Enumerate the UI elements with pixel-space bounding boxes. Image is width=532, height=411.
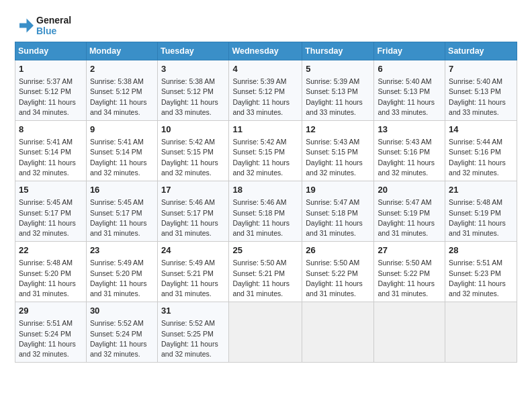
day-number: 21 [449, 184, 513, 196]
day-detail: Sunrise: 5:47 AMSunset: 5:19 PMDaylight:… [378, 197, 441, 238]
day-detail: Sunrise: 5:52 AMSunset: 5:24 PMDaylight:… [90, 318, 154, 359]
day-detail: Sunrise: 5:44 AMSunset: 5:16 PMDaylight:… [449, 137, 513, 178]
calendar-cell: 29Sunrise: 5:51 AMSunset: 5:24 PMDayligh… [15, 302, 87, 363]
day-number: 1 [19, 63, 83, 75]
calendar-header: SundayMondayTuesdayWednesdayThursdayFrid… [15, 42, 517, 60]
weekday-header-tuesday: Tuesday [158, 42, 229, 60]
weekday-header-monday: Monday [86, 42, 157, 60]
calendar-week-1: 1Sunrise: 5:37 AMSunset: 5:12 PMDaylight… [15, 60, 517, 121]
day-number: 7 [449, 63, 513, 75]
calendar-cell [445, 302, 517, 363]
calendar-cell: 17Sunrise: 5:46 AMSunset: 5:17 PMDayligh… [158, 181, 229, 242]
calendar-cell: 9Sunrise: 5:41 AMSunset: 5:14 PMDaylight… [86, 121, 157, 181]
day-detail: Sunrise: 5:39 AMSunset: 5:13 PMDaylight:… [306, 77, 370, 118]
day-detail: Sunrise: 5:49 AMSunset: 5:21 PMDaylight:… [161, 258, 225, 299]
day-number: 11 [232, 124, 298, 136]
day-detail: Sunrise: 5:42 AMSunset: 5:15 PMDaylight:… [161, 137, 225, 178]
day-detail: Sunrise: 5:39 AMSunset: 5:12 PMDaylight:… [232, 77, 298, 118]
weekday-header-friday: Friday [374, 42, 445, 60]
day-number: 18 [232, 184, 298, 196]
svg-marker-1 [19, 19, 34, 33]
calendar-cell [229, 302, 302, 363]
day-number: 8 [19, 124, 83, 136]
calendar-cell: 25Sunrise: 5:50 AMSunset: 5:21 PMDayligh… [229, 242, 302, 302]
calendar-cell: 30Sunrise: 5:52 AMSunset: 5:24 PMDayligh… [86, 302, 157, 363]
day-detail: Sunrise: 5:43 AMSunset: 5:15 PMDaylight:… [306, 137, 370, 178]
day-detail: Sunrise: 5:51 AMSunset: 5:23 PMDaylight:… [449, 258, 513, 299]
day-detail: Sunrise: 5:48 AMSunset: 5:20 PMDaylight:… [19, 258, 83, 299]
day-number: 4 [232, 63, 298, 75]
day-detail: Sunrise: 5:38 AMSunset: 5:12 PMDaylight:… [161, 77, 225, 118]
day-detail: Sunrise: 5:41 AMSunset: 5:14 PMDaylight:… [90, 137, 154, 178]
day-detail: Sunrise: 5:50 AMSunset: 5:21 PMDaylight:… [232, 258, 298, 299]
calendar-cell: 16Sunrise: 5:45 AMSunset: 5:17 PMDayligh… [86, 181, 157, 242]
header: General Blue [15, 12, 517, 36]
day-number: 14 [449, 124, 513, 136]
calendar-cell: 19Sunrise: 5:47 AMSunset: 5:18 PMDayligh… [302, 181, 374, 242]
day-detail: Sunrise: 5:50 AMSunset: 5:22 PMDaylight:… [306, 258, 370, 299]
day-number: 23 [90, 244, 154, 257]
calendar-cell: 2Sunrise: 5:38 AMSunset: 5:12 PMDaylight… [86, 60, 157, 121]
day-number: 22 [19, 244, 83, 257]
day-number: 15 [19, 184, 83, 196]
calendar-week-2: 8Sunrise: 5:41 AMSunset: 5:14 PMDaylight… [15, 121, 517, 181]
day-detail: Sunrise: 5:52 AMSunset: 5:25 PMDaylight:… [161, 318, 225, 359]
day-number: 26 [306, 244, 370, 257]
day-detail: Sunrise: 5:41 AMSunset: 5:14 PMDaylight:… [19, 137, 83, 178]
day-detail: Sunrise: 5:38 AMSunset: 5:12 PMDaylight:… [90, 77, 154, 118]
weekday-header-sunday: Sunday [15, 42, 87, 60]
day-detail: Sunrise: 5:46 AMSunset: 5:18 PMDaylight:… [232, 197, 298, 238]
day-number: 5 [306, 63, 370, 75]
day-detail: Sunrise: 5:37 AMSunset: 5:12 PMDaylight:… [19, 77, 83, 118]
page: General Blue SundayMondayTuesdayWednesda… [0, 0, 532, 371]
day-detail: Sunrise: 5:40 AMSunset: 5:13 PMDaylight:… [449, 77, 513, 118]
calendar-cell [374, 302, 445, 363]
calendar-cell: 4Sunrise: 5:39 AMSunset: 5:12 PMDaylight… [229, 60, 302, 121]
day-number: 16 [90, 184, 154, 196]
day-detail: Sunrise: 5:50 AMSunset: 5:22 PMDaylight:… [378, 258, 441, 299]
day-number: 6 [378, 63, 441, 75]
logo: General Blue [15, 15, 71, 36]
day-number: 3 [161, 63, 225, 75]
calendar-cell [302, 302, 374, 363]
logo-text: General Blue [36, 15, 71, 36]
calendar-cell: 10Sunrise: 5:42 AMSunset: 5:15 PMDayligh… [158, 121, 229, 181]
day-number: 19 [306, 184, 370, 196]
calendar-week-5: 29Sunrise: 5:51 AMSunset: 5:24 PMDayligh… [15, 302, 517, 363]
calendar-body: 1Sunrise: 5:37 AMSunset: 5:12 PMDaylight… [15, 60, 517, 363]
day-number: 9 [90, 124, 154, 136]
calendar-cell: 12Sunrise: 5:43 AMSunset: 5:15 PMDayligh… [302, 121, 374, 181]
day-detail: Sunrise: 5:46 AMSunset: 5:17 PMDaylight:… [161, 197, 225, 238]
calendar-cell: 3Sunrise: 5:38 AMSunset: 5:12 PMDaylight… [158, 60, 229, 121]
calendar-cell: 26Sunrise: 5:50 AMSunset: 5:22 PMDayligh… [302, 242, 374, 302]
day-number: 27 [378, 244, 441, 257]
calendar: SundayMondayTuesdayWednesdayThursdayFrid… [15, 42, 517, 363]
calendar-cell: 8Sunrise: 5:41 AMSunset: 5:14 PMDaylight… [15, 121, 87, 181]
calendar-cell: 18Sunrise: 5:46 AMSunset: 5:18 PMDayligh… [229, 181, 302, 242]
calendar-cell: 23Sunrise: 5:49 AMSunset: 5:20 PMDayligh… [86, 242, 157, 302]
day-number: 29 [19, 305, 83, 317]
day-detail: Sunrise: 5:45 AMSunset: 5:17 PMDaylight:… [90, 197, 154, 238]
calendar-cell: 24Sunrise: 5:49 AMSunset: 5:21 PMDayligh… [158, 242, 229, 302]
day-detail: Sunrise: 5:48 AMSunset: 5:19 PMDaylight:… [449, 197, 513, 238]
calendar-cell: 5Sunrise: 5:39 AMSunset: 5:13 PMDaylight… [302, 60, 374, 121]
calendar-cell: 7Sunrise: 5:40 AMSunset: 5:13 PMDaylight… [445, 60, 517, 121]
calendar-cell: 14Sunrise: 5:44 AMSunset: 5:16 PMDayligh… [445, 121, 517, 181]
day-number: 13 [378, 124, 441, 136]
day-number: 10 [161, 124, 225, 136]
calendar-week-4: 22Sunrise: 5:48 AMSunset: 5:20 PMDayligh… [15, 242, 517, 302]
calendar-cell: 15Sunrise: 5:45 AMSunset: 5:17 PMDayligh… [15, 181, 87, 242]
calendar-cell: 11Sunrise: 5:42 AMSunset: 5:15 PMDayligh… [229, 121, 302, 181]
day-detail: Sunrise: 5:40 AMSunset: 5:13 PMDaylight:… [378, 77, 441, 118]
day-number: 17 [161, 184, 225, 196]
weekday-header-saturday: Saturday [445, 42, 517, 60]
calendar-cell: 1Sunrise: 5:37 AMSunset: 5:12 PMDaylight… [15, 60, 87, 121]
day-number: 12 [306, 124, 370, 136]
weekday-row: SundayMondayTuesdayWednesdayThursdayFrid… [15, 42, 517, 60]
day-detail: Sunrise: 5:47 AMSunset: 5:18 PMDaylight:… [306, 197, 370, 238]
weekday-header-thursday: Thursday [302, 42, 374, 60]
day-number: 25 [232, 244, 298, 257]
calendar-week-3: 15Sunrise: 5:45 AMSunset: 5:17 PMDayligh… [15, 181, 517, 242]
day-number: 24 [161, 244, 225, 257]
calendar-cell: 21Sunrise: 5:48 AMSunset: 5:19 PMDayligh… [445, 181, 517, 242]
